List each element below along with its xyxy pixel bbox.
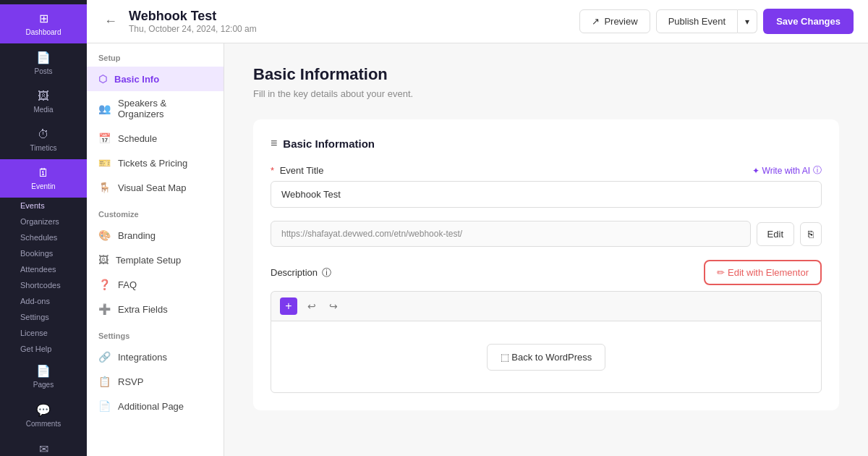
toolbar-undo-button[interactable]: ↩ — [305, 299, 319, 313]
basic-info-section: ≡ Basic Information * Event Title ✦ Writ… — [253, 119, 839, 410]
sidebar-item-timetics[interactable]: ⏱ Timetics — [0, 121, 87, 159]
header-left: ← Webhook Test Thu, October 24, 2024, 12… — [101, 9, 257, 34]
section-title: Basic Information — [283, 138, 375, 150]
edit-elementor-button[interactable]: ✏ Edit with Elementor — [704, 260, 822, 285]
sidebar-item-eventin[interactable]: 🗓 Eventin — [0, 159, 87, 198]
panel-item-visual-seat-map[interactable]: 🪑 Visual Seat Map — [87, 175, 224, 200]
url-row: Edit ⎘ — [271, 221, 822, 247]
preview-label: Preview — [604, 16, 637, 27]
template-setup-icon: 🖼 — [98, 254, 109, 266]
back-button[interactable]: ← — [101, 11, 120, 32]
panel-item-branding[interactable]: 🎨 Branding — [87, 223, 224, 248]
sidebar-item-pages[interactable]: 📄 Pages — [0, 357, 87, 396]
url-copy-button[interactable]: ⎘ — [800, 222, 822, 246]
panel-item-faq[interactable]: ❓ FAQ — [87, 272, 224, 297]
sidebar-item-dashboard[interactable]: ⊞ Dashboard — [0, 4, 87, 43]
faq-icon: ❓ — [98, 279, 111, 290]
sidebar-item-comments[interactable]: 💬 Comments — [0, 396, 87, 435]
sidebar-item-wp-mail-log[interactable]: ✉ WP Mail Log — [0, 435, 87, 456]
write-ai-button[interactable]: ✦ Write with AI ⓘ — [752, 164, 822, 177]
main-wrapper: ← Webhook Test Thu, October 24, 2024, 12… — [87, 0, 868, 456]
editor-area: Basic Information Fill in the key detail… — [224, 43, 868, 456]
setup-section-label: Setup — [87, 43, 224, 67]
preview-button[interactable]: ↗ Preview — [579, 9, 650, 33]
section-header: ≡ Basic Information — [271, 137, 822, 150]
customize-section-label: Customize — [87, 200, 224, 223]
back-to-wp-button[interactable]: ⬚ Back to WordPress — [487, 344, 606, 371]
required-star: * — [271, 165, 274, 176]
page-title: Basic Information — [253, 65, 839, 84]
panel-item-schedule[interactable]: 📅 Schedule — [87, 126, 224, 151]
panel-item-template-setup[interactable]: 🖼 Template Setup — [87, 248, 224, 272]
publish-button[interactable]: Publish Event — [656, 9, 739, 33]
tickets-icon: 🎫 — [98, 157, 111, 169]
subnav-get-help[interactable]: Get Help — [0, 341, 87, 357]
template-setup-label: Template Setup — [116, 255, 181, 266]
editor-body: ⬚ Back to WordPress — [271, 321, 822, 393]
subnav-shortcodes[interactable]: Shortcodes — [0, 277, 87, 293]
subnav-license[interactable]: License — [0, 325, 87, 341]
sidebar-item-media[interactable]: 🖼 Media — [0, 83, 87, 121]
media-icon: 🖼 — [38, 90, 49, 103]
rsvp-label: RSVP — [118, 376, 143, 387]
header-right: ↗ Preview Publish Event ▾ Save Changes — [579, 9, 854, 34]
subnav-attendees[interactable]: Attendees — [0, 261, 87, 277]
description-label-row: Description ⓘ ✏ Edit with Elementor — [271, 260, 822, 285]
timetics-icon: ⏱ — [38, 128, 49, 141]
external-link-icon: ↗ — [592, 16, 600, 27]
tickets-label: Tickets & Pricing — [118, 158, 187, 169]
event-date: Thu, October 24, 2024, 12:00 am — [129, 24, 257, 34]
left-panel: Setup ⬡ Basic Info 👥 Speakers & Organize… — [87, 43, 224, 456]
url-input[interactable] — [271, 221, 751, 247]
wp-mail-log-icon: ✉ — [39, 442, 48, 456]
sidebar: ⊞ Dashboard 📄 Posts 🖼 Media ⏱ Timetics 🗓… — [0, 0, 87, 456]
subnav-schedules[interactable]: Schedules — [0, 229, 87, 245]
panel-item-speakers[interactable]: 👥 Speakers & Organizers — [87, 91, 224, 126]
sidebar-item-posts-label: Posts — [34, 67, 52, 75]
page-subtitle: Fill in the key details about your event… — [253, 88, 839, 99]
panel-item-integrations[interactable]: 🔗 Integrations — [87, 345, 224, 369]
event-name: Webhook Test — [129, 9, 257, 24]
panel-item-tickets[interactable]: 🎫 Tickets & Pricing — [87, 151, 224, 175]
panel-item-additional-page[interactable]: 📄 Additional Page — [87, 394, 224, 418]
sidebar-item-timetics-label: Timetics — [30, 144, 57, 152]
subnav-add-ons[interactable]: Add-ons — [0, 293, 87, 309]
event-title-label-row: * Event Title ✦ Write with AI ⓘ — [271, 164, 822, 177]
schedule-label: Schedule — [118, 133, 157, 144]
subnav-settings[interactable]: Settings — [0, 309, 87, 325]
url-edit-button[interactable]: Edit — [757, 222, 794, 246]
faq-label: FAQ — [118, 279, 137, 290]
sidebar-item-posts[interactable]: 📄 Posts — [0, 43, 87, 83]
toolbar-redo-button[interactable]: ↪ — [326, 299, 341, 313]
publish-dropdown-button[interactable]: ▾ — [738, 9, 757, 33]
additional-page-icon: 📄 — [98, 400, 111, 412]
posts-icon: 📄 — [36, 51, 51, 64]
description-label-text: Description ⓘ — [271, 266, 331, 279]
comments-icon: 💬 — [36, 403, 51, 417]
rsvp-icon: 📋 — [98, 376, 111, 387]
integrations-label: Integrations — [118, 352, 167, 363]
event-title-input[interactable] — [271, 181, 822, 208]
content-area: Setup ⬡ Basic Info 👥 Speakers & Organize… — [87, 43, 868, 456]
settings-section-label: Settings — [87, 321, 224, 345]
dashboard-icon: ⊞ — [39, 12, 48, 25]
extra-fields-icon: ➕ — [98, 303, 111, 315]
event-title-block: Webhook Test Thu, October 24, 2024, 12:0… — [129, 9, 257, 34]
branding-icon: 🎨 — [98, 229, 111, 241]
panel-item-basic-info[interactable]: ⬡ Basic Info — [87, 67, 224, 91]
branding-label: Branding — [118, 230, 156, 241]
save-button[interactable]: Save Changes — [763, 9, 854, 34]
subnav-bookings[interactable]: Bookings — [0, 245, 87, 261]
sidebar-item-eventin-label: Eventin — [31, 182, 55, 190]
description-label: Description — [271, 267, 318, 278]
speakers-icon: 👥 — [98, 103, 111, 114]
panel-item-rsvp[interactable]: 📋 RSVP — [87, 369, 224, 394]
panel-item-extra-fields[interactable]: ➕ Extra Fields — [87, 297, 224, 321]
subnav-organizers[interactable]: Organizers — [0, 214, 87, 229]
pages-icon: 📄 — [36, 364, 51, 378]
speakers-label: Speakers & Organizers — [118, 98, 212, 119]
subnav-events[interactable]: Events — [0, 198, 87, 214]
sidebar-item-comments-label: Comments — [26, 420, 61, 428]
extra-fields-label: Extra Fields — [118, 304, 168, 315]
toolbar-add-button[interactable]: + — [280, 297, 297, 315]
